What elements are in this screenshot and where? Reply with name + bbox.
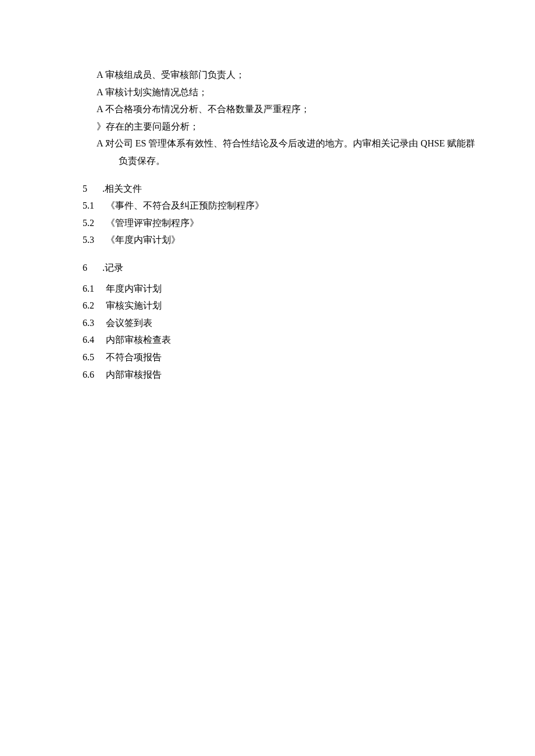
subsection-number: 6.5 — [83, 349, 106, 366]
subsection-item: 5.1 《事件、不符合及纠正预防控制程序》 — [83, 197, 477, 214]
section-6-header: 6 .记录 — [83, 259, 477, 277]
subsection-number: 5.2 — [83, 214, 106, 232]
subsection-text: 内部审核报告 — [106, 366, 162, 384]
section-title: 相关文件 — [105, 180, 142, 198]
subsection-number: 6.6 — [83, 366, 106, 384]
subsection-text: 不符合项报告 — [106, 349, 162, 366]
subsection-text: 年度内审计划 — [106, 280, 162, 298]
subsection-item: 6.4 内部审核检查表 — [83, 331, 477, 349]
subsection-text: 内部审核检查表 — [106, 331, 171, 349]
subsection-number: 6.4 — [83, 331, 106, 349]
bullet-text: 不合格项分布情况分析、不合格数量及严重程序； — [105, 104, 310, 114]
bullet-marker: A — [97, 138, 105, 148]
bullet-line: A 不合格项分布情况分析、不合格数量及严重程序； — [83, 101, 477, 118]
subsection-text: 会议签到表 — [106, 314, 152, 332]
subsection-text: 《管理评审控制程序》 — [106, 214, 199, 232]
bullet-line: A 对公司 ES 管理体系有效性、符合性结论及今后改进的地方。内审相关记录由 Q… — [83, 135, 477, 169]
section-number: 5 — [83, 180, 102, 198]
subsection-text: 《年度内审计划》 — [106, 231, 180, 249]
subsection-item: 6.1 年度内审计划 — [83, 280, 477, 298]
bullet-text: 存在的主要问题分析； — [106, 121, 199, 131]
bullet-text-part: 对公司 — [105, 138, 135, 148]
bullet-marker: A — [97, 70, 105, 80]
subsection-number: 5.3 — [83, 231, 106, 249]
bullet-line: A 审核计划实施情况总结； — [83, 84, 477, 101]
bullet-text: 审核计划实施情况总结； — [105, 87, 208, 97]
bullet-text-latin: QHSE — [420, 138, 447, 148]
subsection-item: 5.2 《管理评审控制程序》 — [83, 214, 477, 232]
bullet-text-latin: ES — [135, 138, 149, 148]
subsection-item: 6.3 会议签到表 — [83, 314, 477, 332]
subsection-item: 5.3 《年度内审计划》 — [83, 231, 477, 249]
bullet-marker: A — [97, 104, 105, 114]
bullet-text: 审核组成员、受审核部门负责人； — [105, 70, 245, 80]
bullet-marker: 》 — [97, 121, 106, 131]
subsection-text: 《事件、不符合及纠正预防控制程序》 — [106, 197, 264, 214]
section-number: 6 — [83, 259, 102, 277]
section-title: 记录 — [105, 259, 123, 277]
bullet-line: 》存在的主要问题分析； — [83, 118, 477, 135]
subsection-item: 6.2 审核实施计划 — [83, 297, 477, 314]
subsection-item: 6.5 不符合项报告 — [83, 349, 477, 366]
subsection-text: 审核实施计划 — [106, 297, 162, 314]
bullet-text-part: 管理体系有效性、符合性结论及今后改进的地方。内审相关记录由 — [148, 138, 420, 148]
subsection-number: 6.3 — [83, 314, 106, 332]
subsection-item: 6.6 内部审核报告 — [83, 366, 477, 384]
subsection-number: 5.1 — [83, 197, 106, 214]
section-5-header: 5 .相关文件 — [83, 180, 477, 198]
subsection-number: 6.1 — [83, 280, 106, 298]
bullet-marker: A — [97, 87, 105, 97]
subsection-number: 6.2 — [83, 297, 106, 314]
bullet-line: A 审核组成员、受审核部门负责人； — [83, 66, 477, 84]
